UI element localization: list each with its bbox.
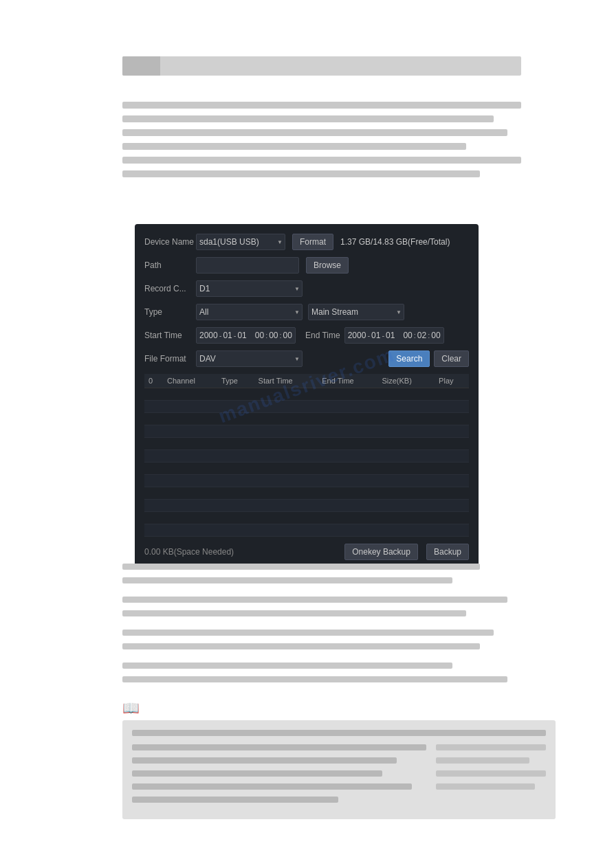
text-line <box>122 115 494 122</box>
text-line <box>122 597 507 603</box>
end-month: 01 <box>371 331 380 340</box>
table-row <box>144 475 469 487</box>
col-start-time: Start Time <box>254 374 318 388</box>
text-line <box>122 610 466 616</box>
table-row <box>144 438 469 450</box>
type-select[interactable]: All <box>196 304 303 320</box>
col-play: Play <box>435 374 469 388</box>
onekey-backup-button[interactable]: Onekey Backup <box>344 544 418 560</box>
end-day: 01 <box>386 331 395 340</box>
record-channel-select-wrap[interactable]: D1 <box>196 280 303 297</box>
text-line <box>122 564 480 570</box>
table-row <box>144 463 469 475</box>
path-row: Path Browse <box>144 257 469 274</box>
stream-select-wrap[interactable]: Main Stream <box>308 304 404 320</box>
table-row <box>144 388 469 401</box>
col-num: 0 <box>144 374 163 388</box>
start-time-input[interactable]: 2000 - 01 - 01 00 : 00 : 00 <box>196 327 296 344</box>
file-format-select-wrap[interactable]: DAV <box>196 350 303 367</box>
table-row <box>144 450 469 463</box>
type-select-wrap[interactable]: All <box>196 304 303 320</box>
col-end-time: End Time <box>318 374 377 388</box>
text-line <box>122 157 521 164</box>
file-format-row: File Format DAV Search Clear <box>144 350 469 367</box>
col-type: Type <box>217 374 254 388</box>
top-bar <box>122 56 521 76</box>
table-row <box>144 413 469 425</box>
end-time-label: End Time <box>305 331 340 340</box>
text-line <box>122 129 507 136</box>
table-row <box>144 425 469 438</box>
text-line <box>122 643 480 649</box>
end-year: 2000 <box>348 331 366 340</box>
path-label: Path <box>144 260 196 270</box>
top-bar-tab[interactable] <box>122 56 160 76</box>
start-year: 2000 <box>199 331 218 340</box>
end-h: 00 <box>403 331 412 340</box>
col-size: Size(KB) <box>377 374 435 388</box>
results-table: 0 Channel Type Start Time End Time Size(… <box>144 374 469 537</box>
record-channel-label: Record C... <box>144 284 196 293</box>
text-line <box>122 102 521 109</box>
device-name-select[interactable]: sda1(USB USB) <box>196 234 285 250</box>
book-icon: 📖 <box>122 700 556 716</box>
browse-button[interactable]: Browse <box>306 257 349 274</box>
start-time-label: Start Time <box>144 331 196 340</box>
record-channel-select[interactable]: D1 <box>196 280 303 297</box>
note-side-line <box>436 770 546 777</box>
end-s: 00 <box>431 331 440 340</box>
note-section: 📖 <box>122 700 556 819</box>
space-needed: 0.00 KB(Space Needed) <box>144 547 234 557</box>
time-row: Start Time 2000 - 01 - 01 00 : 00 : 00 E… <box>144 327 469 344</box>
table-row <box>144 401 469 413</box>
type-row: Type All Main Stream <box>144 304 469 320</box>
backup-panel: Device Name sda1(USB USB) Format 1.37 GB… <box>135 224 479 570</box>
file-format-select[interactable]: DAV <box>196 350 303 367</box>
note-side-line <box>436 783 535 790</box>
col-channel: Channel <box>163 374 217 388</box>
text-line <box>122 170 480 177</box>
start-day: 01 <box>237 331 246 340</box>
note-side-line <box>436 757 529 764</box>
search-button[interactable]: Search <box>388 350 430 367</box>
note-line <box>132 797 338 803</box>
end-m: 02 <box>417 331 426 340</box>
note-line <box>132 730 546 736</box>
text-line <box>122 630 494 636</box>
table-row <box>144 512 469 524</box>
note-line <box>132 783 412 790</box>
device-name-row: Device Name sda1(USB USB) Format 1.37 GB… <box>144 234 469 250</box>
footer-buttons: Onekey Backup Backup <box>344 544 469 560</box>
type-label: Type <box>144 307 196 317</box>
start-s: 00 <box>283 331 292 340</box>
text-line <box>122 676 507 682</box>
format-button[interactable]: Format <box>292 234 333 250</box>
table-row <box>144 524 469 537</box>
file-format-label: File Format <box>144 354 196 364</box>
text-line <box>122 663 452 669</box>
note-line <box>132 757 397 764</box>
start-h: 00 <box>255 331 264 340</box>
table-row <box>144 500 469 512</box>
text-line <box>122 577 452 583</box>
record-channel-row: Record C... D1 <box>144 280 469 297</box>
note-line <box>132 744 426 750</box>
start-month: 01 <box>223 331 232 340</box>
clear-button[interactable]: Clear <box>434 350 469 367</box>
end-time-input[interactable]: 2000 - 01 - 01 00 : 02 : 00 <box>344 327 444 344</box>
backup-button[interactable]: Backup <box>426 544 469 560</box>
text-line <box>122 143 466 150</box>
device-name-select-wrap[interactable]: sda1(USB USB) <box>196 234 285 250</box>
note-line <box>132 770 382 777</box>
stream-select[interactable]: Main Stream <box>308 304 404 320</box>
note-side-line <box>436 744 546 750</box>
path-input[interactable] <box>196 257 299 274</box>
start-m: 00 <box>269 331 278 340</box>
panel-footer: 0.00 KB(Space Needed) Onekey Backup Back… <box>144 544 469 560</box>
table-row <box>144 487 469 500</box>
note-box <box>122 720 556 819</box>
device-name-label: Device Name <box>144 237 196 247</box>
storage-info: 1.37 GB/14.83 GB(Free/Total) <box>340 237 450 247</box>
